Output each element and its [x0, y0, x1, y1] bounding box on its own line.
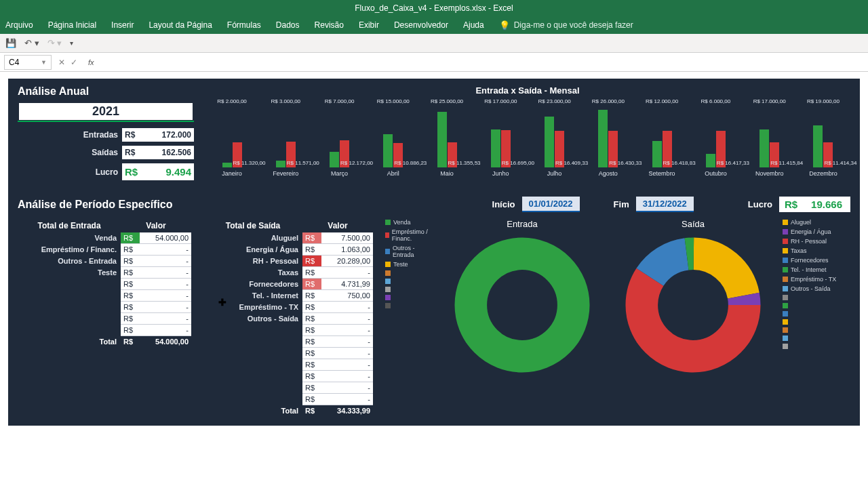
fx-icon[interactable]: fx — [88, 58, 94, 66]
table-row-value: 7.500,00 — [321, 232, 373, 244]
period-header: Análise de Período Específico Início 01/… — [18, 197, 850, 212]
table-row-value: - — [321, 267, 373, 279]
legend-swatch — [385, 295, 391, 300]
saidas-value: 162.506 — [141, 146, 194, 159]
tab-exibir[interactable]: Exibir — [359, 20, 379, 30]
saida-total: 34.333,99 — [321, 405, 373, 416]
legend-swatch — [385, 303, 391, 308]
save-icon[interactable]: 💾 — [5, 38, 16, 48]
table-row-label — [18, 325, 121, 336]
table-row-value: - — [321, 371, 373, 382]
saida-legend: AluguelEnergia / ÁguaRH - PessoalTaxasFo… — [783, 219, 850, 373]
table-row-value: - — [140, 267, 191, 279]
tab-formulas[interactable]: Fórmulas — [227, 20, 261, 30]
worksheet-area[interactable]: Análise Anual 2021 Entradas R$ 172.000 S… — [0, 72, 868, 432]
table-row-label — [18, 290, 121, 302]
bar-entrada — [598, 110, 608, 167]
table-row-label — [203, 348, 302, 359]
inicio-date[interactable]: 01/01/2022 — [522, 197, 580, 212]
inicio-label: Início — [492, 199, 515, 209]
legend-swatch — [385, 270, 391, 276]
table-row-label — [203, 359, 302, 371]
table-row-label: Fornecedores — [203, 279, 302, 290]
fim-label: Fim — [614, 199, 629, 209]
tab-dados[interactable]: Dados — [276, 20, 300, 30]
table-row-value: - — [140, 244, 191, 256]
tab-layout[interactable]: Layout da Página — [149, 20, 212, 30]
legend-swatch — [783, 248, 788, 253]
legend-swatch — [385, 279, 391, 284]
tab-dev[interactable]: Desenvolvedor — [394, 20, 448, 30]
table-row-value: - — [321, 336, 373, 348]
saidas-label: Saídas — [18, 148, 122, 157]
table-row-label — [203, 394, 302, 405]
annual-title: Análise Anual — [18, 85, 194, 98]
legend-swatch — [783, 344, 788, 349]
tab-inicio[interactable]: Página Inicial — [48, 20, 96, 30]
table-row-label: Aluguel — [203, 232, 302, 244]
tab-ajuda[interactable]: Ajuda — [463, 20, 484, 30]
saida-table: Total de Saída Valor Aluguel R$ 7.500,00… — [203, 219, 373, 416]
period-lucro-label: Lucro — [748, 199, 772, 209]
saida-donut: Saída — [612, 219, 774, 373]
legend-swatch — [783, 277, 788, 282]
table-row-value: - — [321, 382, 373, 394]
table-row-label: Energia / Água — [203, 244, 302, 256]
year-selector[interactable]: 2021 — [18, 102, 194, 121]
namebox-dropdown-icon[interactable]: ▼ — [41, 59, 47, 66]
bar-entrada — [545, 117, 554, 167]
legend-swatch — [783, 258, 788, 263]
table-row-label — [203, 371, 302, 382]
legend-swatch — [385, 287, 391, 292]
app-title: Fluxo_de_Caixa_v4 - Exemplos.xlsx - Exce… — [355, 3, 513, 13]
qat-more-icon[interactable]: ▾ — [70, 39, 73, 47]
table-row-label: Outros - Entrada — [18, 256, 121, 267]
legend-swatch — [783, 286, 788, 291]
ribbon: Arquivo Página Inicial Inserir Layout da… — [0, 16, 868, 34]
table-row-value: 54.000,00 — [140, 232, 191, 244]
table-row-label: Teste — [18, 267, 121, 279]
name-box[interactable]: C4 ▼ — [4, 55, 52, 70]
table-row-label — [203, 325, 302, 336]
lucro-value: 9.494 — [141, 163, 194, 180]
table-row-label — [203, 336, 302, 348]
table-row-value: - — [321, 348, 373, 359]
monthly-chart: Entrada x Saída - Mensal R$ 2.000,00 R$ … — [205, 85, 850, 184]
bar-entrada — [437, 112, 447, 167]
legend-swatch — [783, 295, 788, 300]
table-row-value: - — [321, 394, 373, 405]
lucro-label: Lucro — [18, 167, 122, 177]
legend-swatch — [385, 220, 391, 225]
undo-icon[interactable]: ↶ ▾ — [24, 38, 39, 48]
legend-swatch — [385, 249, 390, 254]
table-row-label: Venda — [18, 232, 121, 244]
table-row-value: - — [321, 313, 373, 325]
tell-me[interactable]: 💡 Diga-me o que você deseja fazer — [499, 20, 633, 30]
table-row-value: 4.731,99 — [321, 279, 373, 290]
legend-swatch — [783, 220, 788, 225]
tab-inserir[interactable]: Inserir — [111, 20, 134, 30]
redo-icon[interactable]: ↷ ▾ — [47, 38, 62, 48]
fim-date[interactable]: 31/12/2022 — [636, 197, 694, 212]
table-row-value: - — [140, 279, 191, 290]
table-row-label — [203, 382, 302, 394]
table-row-value: - — [321, 359, 373, 371]
quick-access-toolbar: 💾 ↶ ▾ ↷ ▾ ▾ — [0, 34, 868, 53]
legend-swatch — [385, 232, 389, 238]
tab-revisao[interactable]: Revisão — [315, 20, 344, 30]
cancel-icon[interactable]: ✕ — [58, 58, 65, 67]
legend-swatch — [783, 239, 788, 244]
annual-summary: Análise Anual 2021 Entradas R$ 172.000 S… — [18, 85, 194, 184]
table-row-value: - — [140, 325, 191, 336]
tab-arquivo[interactable]: Arquivo — [5, 20, 33, 30]
table-row-value: - — [140, 290, 191, 302]
cell-cursor-icon: ✚ — [218, 297, 226, 308]
table-row-label: RH - Pessoal — [203, 256, 302, 267]
table-row-label: Outros - Saída — [203, 313, 302, 325]
entradas-value: 172.000 — [141, 128, 194, 142]
bulb-icon: 💡 — [499, 20, 510, 30]
legend-swatch — [783, 303, 788, 308]
table-row-value: 750,00 — [321, 290, 373, 302]
confirm-icon[interactable]: ✓ — [71, 58, 77, 67]
formula-buttons: ✕ ✓ — [58, 58, 77, 67]
